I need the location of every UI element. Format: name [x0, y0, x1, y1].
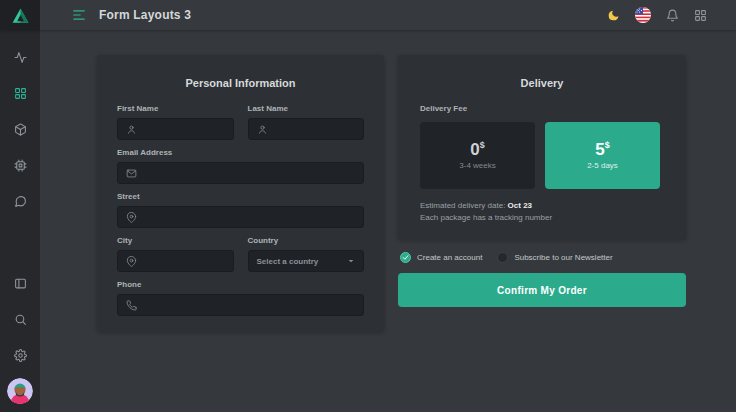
estimated-date-value: Oct 23 — [508, 201, 532, 210]
first-name-input[interactable] — [117, 118, 234, 140]
sidebar-item-messages[interactable] — [0, 183, 40, 219]
sidebar — [0, 30, 40, 412]
country-select-value: Select a country — [257, 257, 319, 266]
phone-icon — [126, 300, 137, 311]
us-flag-icon — [635, 7, 651, 23]
create-account-checkbox[interactable] — [400, 252, 411, 263]
option-duration: 3-4 weeks — [459, 161, 495, 170]
street-input[interactable] — [117, 206, 364, 228]
sidebar-item-dashboard[interactable] — [0, 39, 40, 75]
delivery-card: Delivery Delivery Fee 0$ 3-4 weeks 5$ 2-… — [398, 55, 686, 240]
cube-icon — [14, 123, 27, 136]
account-options-row: Create an account Subscribe to our Newsl… — [398, 252, 686, 263]
map-pin-icon — [126, 256, 137, 267]
delivery-title: Delivery — [420, 77, 664, 89]
last-name-input[interactable] — [248, 118, 365, 140]
panel-layout-icon — [14, 277, 27, 290]
option-duration: 2-5 days — [587, 161, 618, 170]
street-label: Street — [117, 192, 364, 201]
phone-label: Phone — [117, 280, 364, 289]
gear-icon — [14, 349, 27, 362]
delivery-options: 0$ 3-4 weeks 5$ 2-5 days — [420, 122, 664, 189]
delivery-estimate: Estimated delivery date: Oct 23 Each pac… — [420, 200, 664, 225]
search-icon — [14, 313, 27, 326]
sidebar-toggle-panel[interactable] — [0, 265, 40, 301]
newsletter-label[interactable]: Subscribe to our Newsletter — [514, 253, 612, 262]
country-select[interactable]: Select a country — [248, 250, 365, 272]
personal-info-title: Personal Information — [117, 77, 364, 89]
activity-icon — [14, 51, 27, 64]
notifications-button[interactable] — [666, 9, 679, 22]
personal-info-card: Personal Information First Name Last Nam… — [97, 55, 384, 332]
envelope-icon — [126, 168, 137, 179]
menu-toggle-button[interactable] — [72, 8, 86, 22]
delivery-fee-label: Delivery Fee — [420, 104, 664, 113]
moon-icon — [607, 9, 620, 22]
check-icon — [402, 254, 409, 261]
country-label: Country — [248, 236, 365, 245]
delivery-option-express[interactable]: 5$ 2-5 days — [545, 122, 660, 189]
person-icon — [257, 124, 268, 135]
create-account-label[interactable]: Create an account — [417, 253, 482, 262]
sidebar-item-features[interactable] — [0, 147, 40, 183]
confirm-order-button[interactable]: Confirm My Order — [398, 273, 686, 307]
apps-grid-icon — [694, 9, 707, 22]
header-actions — [607, 7, 736, 23]
avatar-illustration — [7, 378, 33, 404]
bell-icon — [666, 9, 679, 22]
menu-icon — [72, 8, 86, 22]
apps-menu-button[interactable] — [694, 9, 707, 22]
personal-info-column: Personal Information First Name Last Nam… — [97, 55, 384, 412]
newsletter-checkbox[interactable] — [497, 252, 508, 263]
option-price: 5$ — [595, 141, 609, 158]
delivery-column: Delivery Delivery Fee 0$ 3-4 weeks 5$ 2-… — [398, 55, 686, 412]
email-input[interactable] — [117, 162, 364, 184]
tracking-note: Each package has a tracking number — [420, 213, 552, 222]
phone-input[interactable] — [117, 294, 364, 316]
header: Form Layouts 3 — [0, 0, 736, 30]
option-price: 0$ — [470, 141, 484, 158]
sidebar-item-components[interactable] — [0, 111, 40, 147]
last-name-label: Last Name — [248, 104, 365, 113]
sidebar-settings-button[interactable] — [0, 337, 40, 373]
chevron-down-icon — [347, 257, 355, 265]
app-logo[interactable] — [0, 0, 40, 30]
estimated-date-label: Estimated delivery date: — [420, 201, 505, 210]
map-pin-icon — [126, 212, 137, 223]
language-selector[interactable] — [635, 7, 651, 23]
city-input[interactable] — [117, 250, 234, 272]
person-icon — [126, 124, 137, 135]
city-label: City — [117, 236, 234, 245]
chip-icon — [14, 159, 27, 172]
chat-bubble-icon — [14, 195, 27, 208]
forms-grid-icon — [14, 87, 27, 100]
first-name-label: First Name — [117, 104, 234, 113]
logo-triangle-icon — [11, 6, 30, 25]
email-label: Email Address — [117, 148, 364, 157]
content-area: Personal Information First Name Last Nam… — [40, 30, 736, 412]
sidebar-search-button[interactable] — [0, 301, 40, 337]
user-avatar[interactable] — [7, 378, 33, 404]
sidebar-item-forms[interactable] — [0, 75, 40, 111]
theme-toggle-button[interactable] — [607, 9, 620, 22]
delivery-option-free[interactable]: 0$ 3-4 weeks — [420, 122, 535, 189]
page-title: Form Layouts 3 — [99, 8, 191, 22]
